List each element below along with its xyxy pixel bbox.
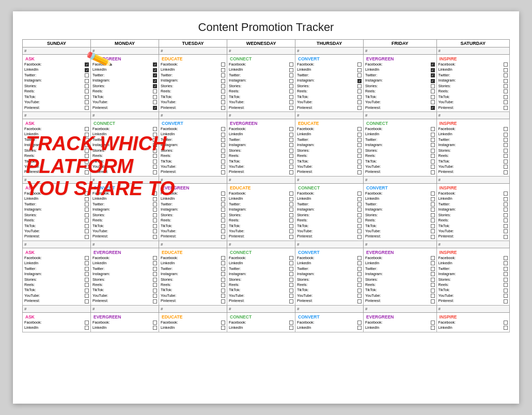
checkbox[interactable] xyxy=(504,197,508,201)
checkbox[interactable] xyxy=(431,149,435,153)
checkbox[interactable]: ✓ xyxy=(153,73,157,77)
checkbox[interactable] xyxy=(431,143,435,147)
checkbox[interactable] xyxy=(357,154,362,158)
checkbox[interactable] xyxy=(431,89,435,93)
checkbox[interactable] xyxy=(153,267,157,271)
checkbox[interactable] xyxy=(153,207,157,212)
checkbox[interactable] xyxy=(357,267,362,271)
checkbox[interactable] xyxy=(289,68,293,72)
checkbox[interactable] xyxy=(85,267,89,271)
checkbox[interactable] xyxy=(357,207,362,212)
checkbox[interactable] xyxy=(431,299,435,304)
checkbox[interactable] xyxy=(289,149,293,153)
checkbox[interactable] xyxy=(357,159,362,164)
checkbox[interactable] xyxy=(85,229,89,233)
checkbox[interactable] xyxy=(221,235,225,239)
checkbox[interactable] xyxy=(289,235,293,239)
checkbox[interactable] xyxy=(357,100,362,104)
checkbox[interactable] xyxy=(431,127,435,131)
checkbox[interactable] xyxy=(221,100,225,104)
checkbox[interactable] xyxy=(85,100,89,104)
checkbox[interactable] xyxy=(504,191,508,196)
checkbox[interactable] xyxy=(504,218,508,222)
checkbox[interactable] xyxy=(431,159,435,164)
checkbox[interactable] xyxy=(289,224,293,228)
checkbox[interactable] xyxy=(85,256,89,260)
checkbox[interactable] xyxy=(153,224,157,228)
checkbox[interactable] xyxy=(289,207,293,212)
checkbox[interactable] xyxy=(85,224,89,228)
checkbox[interactable] xyxy=(357,272,362,276)
checkbox[interactable]: ✓ xyxy=(431,73,435,77)
checkbox[interactable] xyxy=(153,127,157,131)
checkbox[interactable] xyxy=(153,299,157,304)
checkbox[interactable] xyxy=(153,283,157,287)
checkbox[interactable] xyxy=(289,261,293,265)
checkbox[interactable] xyxy=(289,79,293,83)
checkbox[interactable] xyxy=(153,229,157,233)
checkbox[interactable] xyxy=(153,256,157,260)
checkbox[interactable] xyxy=(431,95,435,99)
checkbox[interactable] xyxy=(504,229,508,233)
checkbox[interactable] xyxy=(153,326,157,330)
checkbox[interactable] xyxy=(504,95,508,99)
checkbox[interactable] xyxy=(504,213,508,217)
checkbox[interactable] xyxy=(504,207,508,212)
checkbox[interactable] xyxy=(357,256,362,260)
checkbox[interactable] xyxy=(289,202,293,206)
checkbox[interactable] xyxy=(431,218,435,222)
checkbox[interactable] xyxy=(221,202,225,206)
checkbox[interactable] xyxy=(153,95,157,99)
checkbox[interactable] xyxy=(504,235,508,239)
checkbox[interactable] xyxy=(357,229,362,233)
checkbox[interactable] xyxy=(504,159,508,164)
checkbox[interactable] xyxy=(289,321,293,325)
checkbox[interactable] xyxy=(431,278,435,282)
checkbox[interactable] xyxy=(221,299,225,304)
checkbox[interactable] xyxy=(504,154,508,158)
checkbox[interactable] xyxy=(431,283,435,287)
checkbox[interactable] xyxy=(221,321,225,325)
checkbox[interactable] xyxy=(357,106,362,110)
checkbox[interactable] xyxy=(289,106,293,110)
checkbox[interactable]: ✓ xyxy=(153,84,157,88)
checkbox[interactable] xyxy=(221,127,225,131)
checkbox[interactable] xyxy=(289,229,293,233)
checkbox[interactable] xyxy=(431,261,435,265)
checkbox[interactable] xyxy=(221,256,225,260)
checkbox[interactable] xyxy=(431,213,435,217)
checkbox[interactable] xyxy=(153,213,157,217)
checkbox[interactable] xyxy=(221,68,225,72)
checkbox[interactable] xyxy=(357,278,362,282)
checkbox[interactable] xyxy=(289,197,293,201)
checkbox[interactable] xyxy=(431,224,435,228)
checkbox[interactable] xyxy=(431,256,435,260)
checkbox[interactable] xyxy=(289,294,293,298)
checkbox[interactable] xyxy=(504,62,508,67)
checkbox[interactable] xyxy=(504,272,508,276)
checkbox[interactable] xyxy=(85,84,89,88)
checkbox[interactable] xyxy=(289,272,293,276)
checkbox[interactable] xyxy=(504,261,508,265)
checkbox[interactable]: ✓ xyxy=(431,79,435,83)
checkbox[interactable] xyxy=(221,261,225,265)
checkbox[interactable] xyxy=(221,283,225,287)
checkbox[interactable] xyxy=(431,170,435,174)
checkbox[interactable] xyxy=(357,138,362,142)
checkbox[interactable] xyxy=(221,154,225,158)
checkbox[interactable] xyxy=(153,89,157,93)
checkbox[interactable] xyxy=(289,170,293,174)
checkbox[interactable] xyxy=(357,165,362,169)
checkbox[interactable] xyxy=(289,218,293,222)
checkbox[interactable] xyxy=(504,283,508,287)
checkbox[interactable] xyxy=(85,106,89,110)
checkbox[interactable] xyxy=(357,73,362,77)
checkbox[interactable] xyxy=(357,294,362,298)
checkbox[interactable] xyxy=(85,299,89,304)
checkbox[interactable] xyxy=(85,289,89,293)
checkbox[interactable] xyxy=(221,165,225,169)
checkbox[interactable] xyxy=(221,133,225,137)
checkbox[interactable] xyxy=(221,73,225,77)
checkbox[interactable] xyxy=(357,95,362,99)
checkbox[interactable] xyxy=(357,133,362,137)
